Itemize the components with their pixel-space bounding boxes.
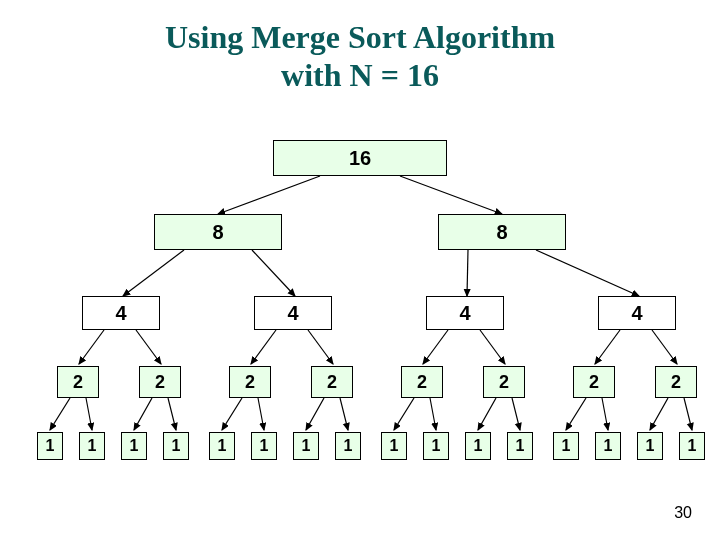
svg-line-24 [478, 398, 496, 430]
node-2-4: 2 [401, 366, 443, 398]
node-1-15: 1 [679, 432, 705, 460]
node-1-14: 1 [637, 432, 663, 460]
svg-line-10 [423, 330, 448, 364]
node-1-11: 1 [507, 432, 533, 460]
node-1-3: 1 [163, 432, 189, 460]
node-4-1: 4 [254, 296, 332, 330]
svg-line-3 [252, 250, 295, 296]
node-1-10: 1 [465, 432, 491, 460]
node-1-9: 1 [423, 432, 449, 460]
svg-line-14 [50, 398, 70, 430]
node-2-7: 2 [655, 366, 697, 398]
svg-line-16 [134, 398, 152, 430]
node-2-2: 2 [229, 366, 271, 398]
title-line-1: Using Merge Sort Algorithm [0, 18, 720, 56]
svg-line-11 [480, 330, 505, 364]
svg-line-13 [652, 330, 677, 364]
node-1-12: 1 [553, 432, 579, 460]
node-4-3: 4 [598, 296, 676, 330]
svg-line-2 [123, 250, 184, 296]
node-1-1: 1 [79, 432, 105, 460]
node-1-4: 1 [209, 432, 235, 460]
svg-line-1 [400, 176, 502, 214]
svg-line-22 [394, 398, 414, 430]
node-8-right: 8 [438, 214, 566, 250]
node-2-5: 2 [483, 366, 525, 398]
svg-line-6 [79, 330, 104, 364]
node-4-0: 4 [82, 296, 160, 330]
svg-line-8 [251, 330, 276, 364]
node-1-13: 1 [595, 432, 621, 460]
svg-line-5 [536, 250, 639, 296]
node-1-5: 1 [251, 432, 277, 460]
node-2-6: 2 [573, 366, 615, 398]
svg-line-29 [684, 398, 692, 430]
node-1-0: 1 [37, 432, 63, 460]
svg-line-26 [566, 398, 586, 430]
svg-line-7 [136, 330, 161, 364]
svg-line-23 [430, 398, 436, 430]
svg-line-12 [595, 330, 620, 364]
node-1-6: 1 [293, 432, 319, 460]
node-2-0: 2 [57, 366, 99, 398]
node-1-8: 1 [381, 432, 407, 460]
slide-number: 30 [674, 504, 692, 522]
node-1-2: 1 [121, 432, 147, 460]
svg-line-20 [306, 398, 324, 430]
svg-line-4 [467, 250, 468, 296]
node-8-left: 8 [154, 214, 282, 250]
node-root: 16 [273, 140, 447, 176]
svg-line-17 [168, 398, 176, 430]
node-2-1: 2 [139, 366, 181, 398]
svg-line-27 [602, 398, 608, 430]
node-4-2: 4 [426, 296, 504, 330]
svg-line-0 [218, 176, 320, 214]
node-2-3: 2 [311, 366, 353, 398]
svg-line-18 [222, 398, 242, 430]
node-1-7: 1 [335, 432, 361, 460]
svg-line-15 [86, 398, 92, 430]
svg-line-21 [340, 398, 348, 430]
svg-line-9 [308, 330, 333, 364]
merge-sort-diagram: 16 8 8 4 4 4 4 2 2 2 2 2 2 2 2 1 1 1 1 1… [0, 130, 720, 500]
title-line-2: with N = 16 [0, 56, 720, 94]
svg-line-19 [258, 398, 264, 430]
svg-line-28 [650, 398, 668, 430]
svg-line-25 [512, 398, 520, 430]
